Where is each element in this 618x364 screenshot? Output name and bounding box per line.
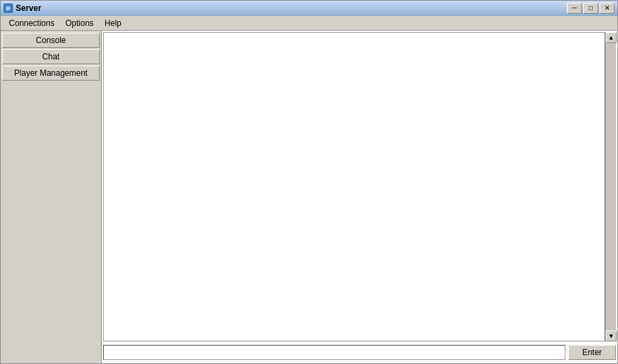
svg-rect-1 [6, 7, 10, 8]
input-area: Enter [103, 343, 616, 362]
window-icon [3, 3, 13, 13]
minimize-button[interactable]: ─ [567, 3, 582, 14]
close-button[interactable]: ✕ [600, 3, 615, 14]
sidebar-item-console[interactable]: Console [2, 33, 100, 48]
content-scroll-area: ▲ ▼ [103, 32, 616, 341]
sidebar-item-player-management[interactable]: Player Management [2, 66, 100, 81]
scroll-up-button[interactable]: ▲ [606, 32, 617, 43]
title-buttons: ─ □ ✕ [567, 3, 615, 14]
svg-rect-3 [6, 10, 9, 10]
enter-button[interactable]: Enter [568, 345, 616, 360]
content-area: ▲ ▼ Enter [102, 31, 617, 363]
scroll-track[interactable] [606, 43, 616, 331]
svg-rect-2 [6, 8, 10, 9]
menu-connections[interactable]: Connections [3, 17, 60, 29]
menu-help[interactable]: Help [99, 17, 127, 29]
main-window: Server ─ □ ✕ Connections Options Help Co… [0, 0, 618, 364]
main-content: Console Chat Player Management ▲ ▼ Enter [1, 31, 617, 363]
chat-input[interactable] [103, 345, 565, 360]
vertical-scrollbar[interactable]: ▲ ▼ [605, 32, 616, 341]
content-text-area [103, 32, 605, 341]
title-bar: Server ─ □ ✕ [1, 1, 617, 16]
menu-options[interactable]: Options [60, 17, 99, 29]
title-bar-left: Server [3, 3, 41, 13]
menu-bar: Connections Options Help [1, 16, 617, 31]
sidebar-item-chat[interactable]: Chat [2, 49, 100, 64]
maximize-button[interactable]: □ [583, 3, 598, 14]
sidebar: Console Chat Player Management [1, 31, 102, 363]
window-title: Server [16, 3, 41, 13]
scroll-down-button[interactable]: ▼ [606, 331, 617, 341]
